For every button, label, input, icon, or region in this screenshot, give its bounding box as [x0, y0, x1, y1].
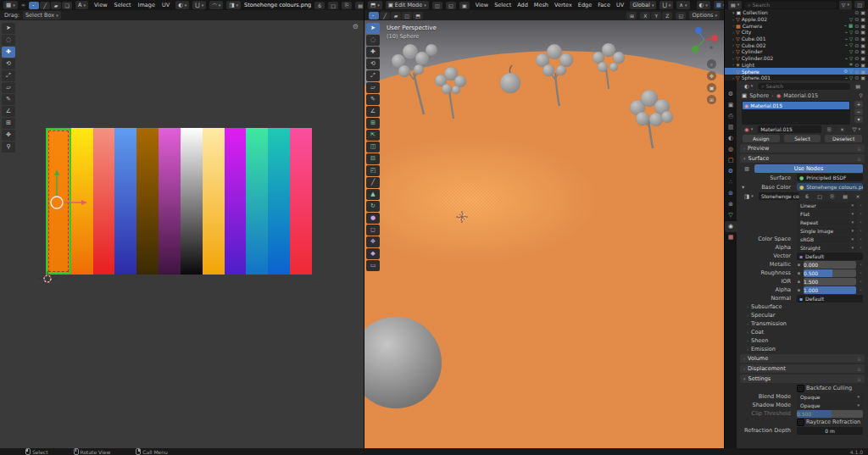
uv-tool-button[interactable]: ✚ [2, 47, 15, 58]
viewport-menu-item[interactable]: Face [595, 2, 613, 8]
eye-icon[interactable]: ⊙ [854, 69, 859, 75]
object-name[interactable]: Cube.001 [742, 36, 766, 42]
material-name-field[interactable]: Material.015 [758, 125, 821, 133]
editor-type-dropdown[interactable]: ▦▾ [3, 1, 18, 9]
backface-culling-checkbox[interactable] [797, 385, 804, 392]
breadcrumb-object[interactable]: Sphere [749, 92, 769, 99]
camera-restrict-icon[interactable]: ▣ [860, 55, 865, 61]
expand-icon[interactable]: › [732, 56, 734, 61]
normal-field[interactable]: ▪Default [797, 295, 863, 302]
image-browse-dropdown[interactable]: ◨▾ [226, 1, 241, 9]
properties-tab[interactable]: ◍ [725, 144, 737, 155]
palette-image[interactable] [46, 128, 312, 275]
object-name[interactable]: Sphere.001 [742, 75, 771, 80]
expand-icon[interactable]: › [732, 30, 734, 35]
material-specials-dropdown[interactable]: ▽▾ [849, 125, 863, 134]
viewport-menu-item[interactable]: View [473, 2, 491, 8]
palette-stripe[interactable] [159, 128, 181, 275]
properties-tab[interactable]: ⊚ [725, 188, 737, 199]
outliner-filter-dropdown[interactable]: ▽▾ [839, 1, 852, 9]
viewport-tool-button[interactable]: ↻ [366, 201, 380, 212]
uv-tool-button[interactable]: ➤ [2, 23, 15, 34]
snap-target-icon[interactable]: ◱ [676, 12, 686, 19]
viewport-tool-button[interactable]: ▱ [366, 82, 380, 93]
uv-tool-button[interactable]: ⟲ [2, 58, 15, 69]
mesh-select-mode-button[interactable]: ╱ [380, 12, 390, 19]
raytrace-refraction-checkbox[interactable] [797, 419, 804, 426]
viewport-tool-button[interactable]: ▲ [366, 189, 380, 200]
uv-proportional-dropdown[interactable]: ◠▾ [209, 1, 223, 9]
panel-volume[interactable]: ›Volume≡ [740, 354, 865, 363]
viewport-tool-button[interactable]: ⤢ [366, 70, 380, 81]
viewport-tool-button[interactable]: ⟲ [366, 58, 380, 69]
expand-icon[interactable]: › [732, 62, 734, 67]
image-name-field[interactable]: Stonehenge colours.png [759, 192, 799, 200]
properties-tab[interactable]: ⚙ [725, 166, 737, 177]
value-slider[interactable]: 1.500 [804, 278, 856, 286]
visibility-dropdown[interactable]: ◐▾ [697, 1, 710, 9]
viewport-scene[interactable]: User Perspective (10) Sphere ➤◌✚⟲⤢▱✎∠⊞⇱◫… [364, 20, 724, 448]
properties-search[interactable]: ⌕Search [758, 83, 850, 90]
eye-icon[interactable]: ⊙ [854, 62, 859, 68]
expand-icon[interactable]: ▾ [742, 184, 747, 191]
shader-subsection[interactable]: ›Specular [737, 311, 868, 319]
uv-menu-item[interactable]: Select [112, 2, 134, 8]
vector-field[interactable]: ▪Default [797, 252, 863, 260]
outliner-row[interactable]: › ▽ Cylinder.002 ⌁ ▽ ⊙ ▣ [725, 55, 868, 62]
expand-icon[interactable]: ▾ [732, 10, 735, 15]
shadow-mode-dropdown[interactable]: Opaque▾ [797, 402, 863, 409]
properties-tab[interactable]: ⊗ [725, 199, 737, 210]
value-slider[interactable]: 0.500 [804, 269, 856, 277]
viewport-tool-button[interactable]: ◰ [366, 165, 380, 176]
mesh-select-mode-button[interactable]: ⬒ [413, 12, 423, 19]
orientation-dropdown[interactable]: Global▾ [630, 1, 656, 9]
object-name[interactable]: Camera [743, 23, 763, 29]
image-users-button[interactable]: 6 [314, 2, 325, 9]
uv-pivot-dropdown[interactable]: ◐▾ [175, 1, 189, 9]
viewport-tool-button[interactable]: ◌ [366, 35, 380, 46]
mode-dropdown[interactable]: ▣Edit Mode▾ [386, 1, 429, 9]
base-color-field[interactable]: ●Stonehenge colours.png [797, 183, 863, 191]
panel-settings[interactable]: ▾Settings≡ [740, 375, 865, 383]
expand-icon[interactable]: › [732, 42, 734, 47]
viewport-tool-button[interactable]: ➤ [366, 23, 380, 34]
properties-tab[interactable]: ⚙ [725, 89, 737, 100]
unlink-material-button[interactable]: × [837, 125, 847, 133]
panel-displacement[interactable]: ›Displacement≡ [740, 364, 865, 373]
outliner-row[interactable]: › ✳ Light ✳ ⊙ ▣ [725, 62, 868, 69]
material-slot-list[interactable]: ◉ Material.015 ⋯ [742, 101, 850, 125]
unlink-image-button[interactable]: × [853, 192, 863, 200]
image-users-button[interactable]: 6 [802, 192, 812, 200]
fake-user-button[interactable]: ▢ [815, 192, 825, 200]
extension-dropdown[interactable]: Repeat▾ [797, 219, 857, 226]
object-name[interactable]: Cylinder.002 [742, 55, 774, 61]
drag-mode-dropdown[interactable]: Select Box▾ [23, 11, 61, 19]
decorate-icon[interactable]: • [859, 287, 863, 292]
new-image-button[interactable]: ⎘ [342, 2, 352, 9]
palette-stripe[interactable] [46, 128, 71, 275]
palette-stripe[interactable] [203, 128, 225, 275]
expand-icon[interactable]: › [732, 17, 734, 22]
palette-stripe[interactable] [181, 128, 203, 275]
uv-tool-button[interactable]: ✎ [2, 94, 15, 105]
decorate-icon[interactable]: • [859, 270, 863, 275]
uv-tool-button[interactable]: ⚲ [2, 141, 15, 153]
outliner-row[interactable]: › ▽ Cube.001 ⌁ ▽ ⊙ ▣ [725, 36, 868, 42]
palette-stripe[interactable] [93, 128, 115, 275]
object-name[interactable]: City [742, 29, 752, 35]
decorate-icon[interactable]: • [859, 262, 863, 267]
camera-restrict-icon[interactable]: ▣ [860, 9, 865, 15]
copy-material-button[interactable]: ⎘ [824, 125, 834, 133]
navigation-gizmo[interactable] [688, 24, 719, 54]
shader-subsection[interactable]: ›Coat [737, 328, 868, 336]
blend-mode-dropdown[interactable]: Opaque▾ [797, 393, 863, 401]
breadcrumb-material[interactable]: Material.015 [783, 92, 818, 99]
viewport-tool-button[interactable]: ⇱ [366, 130, 380, 141]
mesh-select-mode-button[interactable]: ◫ [402, 12, 412, 19]
uv-select-mode-button[interactable]: ▰ [51, 2, 61, 9]
clip-threshold-slider[interactable]: 0.500 [797, 410, 863, 418]
viewport-tool-button[interactable]: ◆ [366, 248, 380, 259]
ortho-toggle-icon[interactable]: ⊞ [707, 95, 716, 104]
shader-subsection[interactable]: ›Sheen [737, 336, 868, 345]
camera-restrict-icon[interactable]: ▣ [860, 75, 865, 80]
